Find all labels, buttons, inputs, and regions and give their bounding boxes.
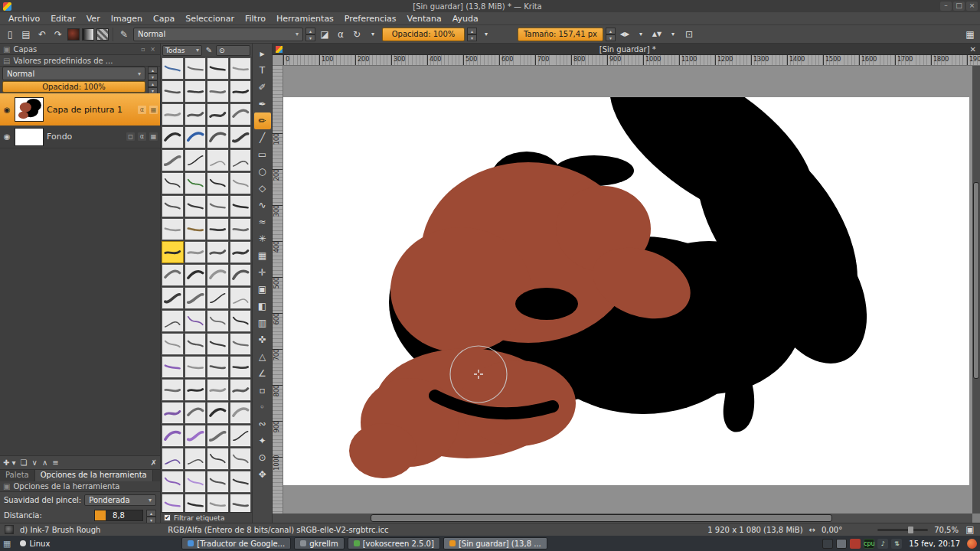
layers-docker-title[interactable]: ▣ Capas ▫ × bbox=[0, 44, 160, 55]
workspace-chooser-icon[interactable]: ▦ bbox=[963, 28, 977, 41]
assistants-tool[interactable]: △ bbox=[254, 348, 271, 365]
measure-tool[interactable]: ∠ bbox=[254, 365, 271, 382]
freehand-brush-tool[interactable]: ✏ bbox=[254, 112, 271, 129]
ellipse-tool[interactable]: ○ bbox=[254, 163, 271, 180]
zoom-slider[interactable] bbox=[877, 529, 928, 531]
wrap-around-icon[interactable]: ⊡ bbox=[682, 28, 696, 41]
mirror-vertical-icon[interactable]: ▲▼ bbox=[650, 28, 664, 41]
brush-preset[interactable] bbox=[230, 172, 252, 194]
brush-preset[interactable] bbox=[185, 241, 207, 263]
brush-preset[interactable] bbox=[162, 172, 184, 194]
current-brush-icon[interactable] bbox=[5, 525, 14, 534]
mirror-horizontal-icon[interactable]: ◀▶ bbox=[618, 28, 632, 41]
polygon-tool[interactable]: ◇ bbox=[254, 180, 271, 197]
brush-preset[interactable] bbox=[230, 494, 252, 512]
brush-preset[interactable] bbox=[162, 333, 184, 355]
brush-preset[interactable] bbox=[185, 103, 207, 126]
brush-preset[interactable] bbox=[230, 425, 252, 447]
brush-preset[interactable] bbox=[230, 195, 252, 217]
brush-preset[interactable] bbox=[185, 379, 207, 401]
brush-preset[interactable] bbox=[162, 218, 184, 240]
layer-filter-buttons[interactable]: ▴▾ bbox=[148, 67, 158, 80]
menu-ver[interactable]: Ver bbox=[81, 13, 106, 24]
menu-archivo[interactable]: Archivo bbox=[3, 13, 45, 24]
brush-preset[interactable] bbox=[207, 356, 229, 378]
brush-preset[interactable] bbox=[185, 287, 207, 309]
menu-ayuda[interactable]: Ayuda bbox=[447, 13, 484, 24]
brush-preset[interactable] bbox=[185, 218, 207, 240]
redo-icon[interactable]: ↷ bbox=[51, 28, 65, 41]
brush-preset[interactable] bbox=[230, 333, 252, 355]
brush-preset[interactable] bbox=[207, 402, 229, 424]
menu-seleccionar[interactable]: Seleccionar bbox=[180, 13, 240, 24]
opacity-slider[interactable]: Opacidad: 100% bbox=[382, 28, 465, 41]
brush-preset[interactable] bbox=[207, 448, 229, 470]
brush-preset[interactable] bbox=[207, 149, 229, 171]
ellipse-select-tool[interactable]: ◦ bbox=[254, 399, 271, 416]
horizontal-scrollbar[interactable] bbox=[273, 514, 972, 523]
layer-properties-button[interactable]: ≡ bbox=[52, 458, 58, 467]
task-window-button[interactable]: [Traductor de Google... bbox=[181, 537, 291, 549]
brush-preset[interactable] bbox=[230, 80, 252, 103]
layer-style-icon[interactable]: ▦ bbox=[149, 106, 158, 114]
brush-preset[interactable] bbox=[162, 448, 184, 470]
tool-options-docker-title[interactable]: ▣ Opciones de la herramienta bbox=[0, 481, 160, 492]
brush-preset[interactable] bbox=[230, 402, 252, 424]
gradient-tool[interactable]: ▥ bbox=[254, 315, 271, 331]
open-image-icon[interactable]: ▤ bbox=[19, 28, 33, 41]
brush-preset[interactable] bbox=[207, 471, 229, 493]
mirror-vertical-options-icon[interactable]: ▾ bbox=[666, 28, 680, 41]
brush-preset[interactable] bbox=[185, 425, 207, 447]
brush-size-slider[interactable]: Tamaño: 157,41 px bbox=[518, 28, 603, 41]
layer-visibility-icon[interactable]: ◉ bbox=[2, 106, 11, 114]
brush-preset[interactable] bbox=[185, 356, 207, 378]
brush-preset-swatch[interactable] bbox=[67, 28, 80, 41]
brush-preset[interactable] bbox=[207, 379, 229, 401]
menu-filtro[interactable]: Filtro bbox=[240, 13, 271, 24]
brush-preset-selected[interactable] bbox=[162, 241, 184, 263]
brush-preset[interactable] bbox=[162, 195, 184, 217]
brush-preset[interactable] bbox=[162, 57, 184, 80]
brush-preset[interactable] bbox=[230, 241, 252, 263]
menu-editar[interactable]: Editar bbox=[45, 13, 81, 24]
brush-preset[interactable] bbox=[207, 172, 229, 194]
move-tool[interactable]: ✛ bbox=[254, 264, 271, 281]
brush-preset[interactable] bbox=[185, 310, 207, 332]
clock[interactable]: 15 fev, 20:17 bbox=[905, 540, 964, 548]
layer-opacity-slider[interactable]: Opacidad: 100% bbox=[2, 81, 145, 93]
menu-herramientas[interactable]: Herramientas bbox=[271, 13, 339, 24]
brush-preset[interactable] bbox=[162, 471, 184, 493]
layer-row-paint[interactable]: ◉ Capa de pintura 1 α ▦ bbox=[0, 93, 160, 126]
eraser-mode-icon[interactable]: ◪ bbox=[318, 28, 332, 41]
brush-preset[interactable] bbox=[162, 264, 184, 286]
brush-preset[interactable] bbox=[185, 195, 207, 217]
brush-preset[interactable] bbox=[185, 471, 207, 493]
brush-preset[interactable] bbox=[230, 448, 252, 470]
document-tab-label[interactable]: [Sin guardar] * bbox=[286, 45, 970, 54]
multibrush-tool[interactable]: ✳ bbox=[254, 230, 271, 247]
brush-preset[interactable] bbox=[230, 471, 252, 493]
brush-preset[interactable] bbox=[207, 57, 229, 80]
canvas-viewport[interactable] bbox=[283, 66, 972, 514]
brush-preset[interactable] bbox=[230, 356, 252, 378]
brush-preset[interactable] bbox=[185, 149, 207, 171]
smoothing-select[interactable]: Ponderada ▾ bbox=[84, 494, 156, 506]
docker-float-close-icons[interactable]: ▫ × bbox=[141, 46, 157, 53]
brush-preset[interactable] bbox=[207, 195, 229, 217]
brush-preset[interactable] bbox=[207, 241, 229, 263]
app-menu-icon[interactable]: ▦ bbox=[3, 539, 11, 549]
mirror-horizontal-options-icon[interactable]: ▾ bbox=[634, 28, 648, 41]
brush-preset[interactable] bbox=[207, 425, 229, 447]
new-document-icon[interactable]: ▯ bbox=[3, 28, 17, 41]
brush-preset[interactable] bbox=[230, 57, 252, 80]
brush-preset[interactable] bbox=[230, 103, 252, 126]
vertical-scrollbar-thumb[interactable] bbox=[973, 182, 979, 379]
brush-preset[interactable] bbox=[185, 333, 207, 355]
reload-preset-icon[interactable]: ↻ bbox=[350, 28, 364, 41]
zoom-tool[interactable]: ⊙ bbox=[254, 449, 271, 466]
search-input[interactable]: ⊙ bbox=[216, 45, 250, 56]
freehand-select-tool[interactable]: ∾ bbox=[254, 416, 271, 432]
tab-tool-options[interactable]: Opciones de la herramienta bbox=[35, 470, 153, 481]
brush-preset[interactable] bbox=[207, 126, 229, 148]
document-canvas[interactable] bbox=[283, 97, 969, 485]
